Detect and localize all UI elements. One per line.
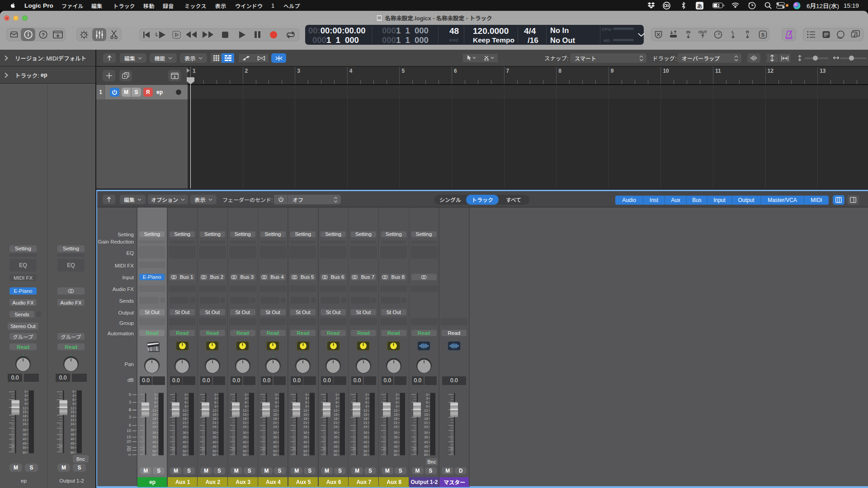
svg-text:40: 40 bbox=[243, 440, 246, 444]
svg-text:3: 3 bbox=[215, 396, 217, 400]
svg-text:60: 60 bbox=[23, 450, 26, 455]
svg-text:50: 50 bbox=[152, 449, 156, 453]
svg-text:50: 50 bbox=[303, 449, 307, 453]
svg-text:15: 15 bbox=[71, 410, 74, 414]
svg-text:60: 60 bbox=[243, 453, 246, 457]
svg-text:21: 21 bbox=[212, 421, 216, 425]
svg-text:9: 9 bbox=[24, 402, 26, 406]
svg-text:18: 18 bbox=[424, 417, 428, 421]
svg-text:3: 3 bbox=[24, 394, 26, 398]
svg-text:35: 35 bbox=[183, 435, 186, 439]
svg-text:21: 21 bbox=[424, 421, 428, 425]
svg-text:35: 35 bbox=[23, 432, 26, 436]
svg-text:40: 40 bbox=[334, 440, 337, 444]
svg-text:21: 21 bbox=[23, 418, 26, 422]
svg-text:9: 9 bbox=[154, 404, 156, 408]
svg-text:45: 45 bbox=[424, 445, 428, 449]
svg-text:12: 12 bbox=[71, 406, 74, 410]
svg-text:12: 12 bbox=[23, 406, 26, 410]
svg-text:3: 3 bbox=[245, 396, 246, 400]
svg-text:21: 21 bbox=[273, 421, 277, 425]
svg-text:50: 50 bbox=[183, 449, 186, 453]
svg-text:45: 45 bbox=[363, 445, 367, 449]
svg-text:60: 60 bbox=[394, 453, 397, 457]
svg-text:9: 9 bbox=[366, 404, 368, 408]
svg-text:12: 12 bbox=[424, 408, 428, 413]
svg-text:24: 24 bbox=[23, 422, 26, 426]
svg-text:24: 24 bbox=[394, 425, 397, 429]
svg-text:3: 3 bbox=[426, 396, 428, 400]
svg-text:30: 30 bbox=[394, 431, 397, 435]
svg-text:45: 45 bbox=[23, 441, 26, 446]
svg-text:12: 12 bbox=[303, 408, 307, 413]
svg-text:6: 6 bbox=[245, 400, 246, 404]
svg-text:30: 30 bbox=[71, 428, 74, 432]
svg-text:30: 30 bbox=[152, 431, 156, 435]
svg-text:6: 6 bbox=[215, 400, 217, 404]
svg-text:6: 6 bbox=[154, 400, 156, 404]
svg-text:0: 0 bbox=[245, 393, 246, 397]
svg-text:24: 24 bbox=[273, 425, 277, 429]
svg-text:50: 50 bbox=[273, 449, 277, 453]
svg-text:21: 21 bbox=[152, 421, 156, 425]
svg-text:12: 12 bbox=[212, 408, 216, 413]
svg-text:21: 21 bbox=[394, 421, 397, 425]
svg-text:15: 15 bbox=[23, 410, 26, 414]
svg-text:0: 0 bbox=[335, 393, 337, 397]
svg-text:3: 3 bbox=[154, 396, 156, 400]
svg-text:30: 30 bbox=[183, 431, 186, 435]
svg-text:50: 50 bbox=[424, 449, 428, 453]
svg-text:45: 45 bbox=[212, 445, 216, 449]
svg-text:30: 30 bbox=[424, 431, 428, 435]
svg-text:0: 0 bbox=[72, 389, 74, 394]
svg-text:40: 40 bbox=[273, 440, 277, 444]
svg-text:35: 35 bbox=[273, 435, 277, 439]
svg-text:18: 18 bbox=[303, 417, 307, 421]
svg-text:24: 24 bbox=[303, 425, 307, 429]
svg-text:9: 9 bbox=[184, 404, 186, 408]
svg-text:12: 12 bbox=[334, 408, 337, 413]
svg-text:30: 30 bbox=[334, 431, 337, 435]
svg-text:18: 18 bbox=[394, 417, 397, 421]
svg-text:9: 9 bbox=[245, 404, 246, 408]
svg-text:3: 3 bbox=[335, 396, 337, 400]
svg-text:12: 12 bbox=[243, 408, 246, 413]
svg-text:18: 18 bbox=[273, 417, 277, 421]
svg-text:21: 21 bbox=[243, 421, 246, 425]
svg-text:9: 9 bbox=[215, 404, 217, 408]
svg-text:30: 30 bbox=[23, 428, 26, 432]
svg-text:9: 9 bbox=[396, 404, 397, 408]
svg-text:6: 6 bbox=[275, 400, 277, 404]
svg-text:18: 18 bbox=[363, 417, 367, 421]
svg-text:45: 45 bbox=[71, 441, 74, 446]
svg-text:0: 0 bbox=[184, 393, 186, 397]
svg-text:6: 6 bbox=[184, 400, 186, 404]
svg-text:6: 6 bbox=[426, 400, 428, 404]
svg-text:9: 9 bbox=[72, 402, 74, 406]
svg-text:18: 18 bbox=[183, 417, 186, 421]
svg-text:50: 50 bbox=[334, 449, 337, 453]
svg-text:S: S bbox=[761, 32, 765, 38]
svg-text:0: 0 bbox=[426, 393, 428, 397]
svg-text:30: 30 bbox=[303, 431, 307, 435]
svg-text:12: 12 bbox=[363, 408, 367, 413]
svg-text:40: 40 bbox=[183, 440, 186, 444]
svg-text:9: 9 bbox=[335, 404, 337, 408]
svg-text:35: 35 bbox=[363, 435, 367, 439]
svg-text:50: 50 bbox=[243, 449, 246, 453]
svg-text:40: 40 bbox=[303, 440, 307, 444]
svg-text:3: 3 bbox=[275, 396, 277, 400]
svg-text:24: 24 bbox=[424, 425, 428, 429]
svg-text:30: 30 bbox=[363, 431, 367, 435]
svg-text:0: 0 bbox=[396, 393, 397, 397]
svg-text:0: 0 bbox=[275, 393, 277, 397]
svg-text:60: 60 bbox=[334, 453, 337, 457]
svg-text:18: 18 bbox=[334, 417, 337, 421]
svg-text:0: 0 bbox=[305, 393, 307, 397]
svg-text:21: 21 bbox=[363, 421, 367, 425]
svg-text:30: 30 bbox=[273, 431, 277, 435]
svg-text:6: 6 bbox=[335, 400, 337, 404]
svg-text:6: 6 bbox=[366, 400, 368, 404]
svg-text:40: 40 bbox=[152, 440, 156, 444]
svg-text:0: 0 bbox=[366, 393, 368, 397]
